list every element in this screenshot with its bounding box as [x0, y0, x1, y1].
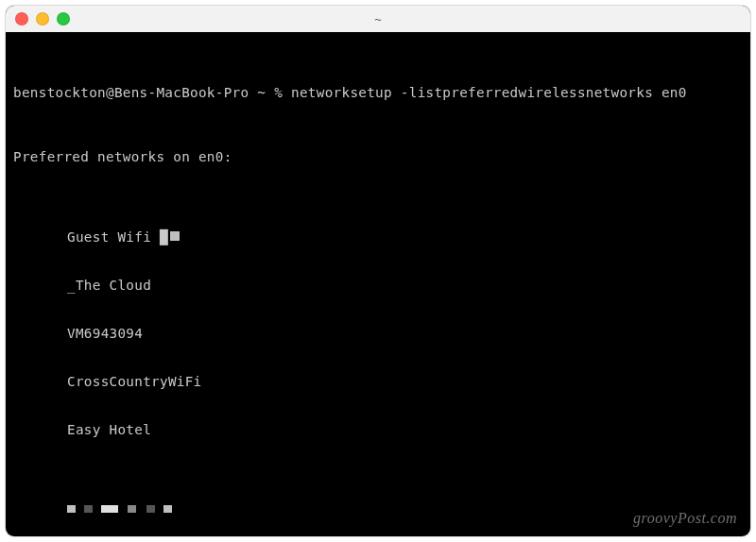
list-item: Easy Hotel [13, 422, 743, 438]
list-item: Guest Wifi █ [13, 229, 743, 246]
window-titlebar: ~ [6, 6, 750, 32]
watermark-text: groovyPost.com [633, 510, 737, 527]
list-item: _The Cloud [13, 278, 743, 294]
command-text: networksetup -listpreferredwirelessnetwo… [291, 85, 687, 100]
prompt-path: ~ [257, 85, 266, 100]
terminal-content[interactable]: benstockton@Bens-MacBook-Pro ~ % network… [6, 32, 750, 536]
window-title: ~ [6, 12, 750, 26]
network-name: Guest Wifi █ [67, 229, 168, 245]
terminal-window: ~ benstockton@Bens-MacBook-Pro ~ % netwo… [6, 6, 750, 536]
minimize-icon[interactable] [36, 12, 49, 25]
fullscreen-icon[interactable] [57, 12, 70, 25]
prompt-line: benstockton@Bens-MacBook-Pro ~ % network… [13, 85, 743, 101]
traffic-lights [15, 12, 70, 25]
prompt-user-host: benstockton@Bens-MacBook-Pro [13, 85, 249, 100]
list-item: CrossCountryWiFi [13, 374, 743, 390]
prompt-char: % [274, 85, 283, 100]
list-item: VM6943094 [13, 326, 743, 342]
output-header: Preferred networks on en0: [13, 149, 743, 165]
close-icon[interactable] [15, 12, 28, 25]
